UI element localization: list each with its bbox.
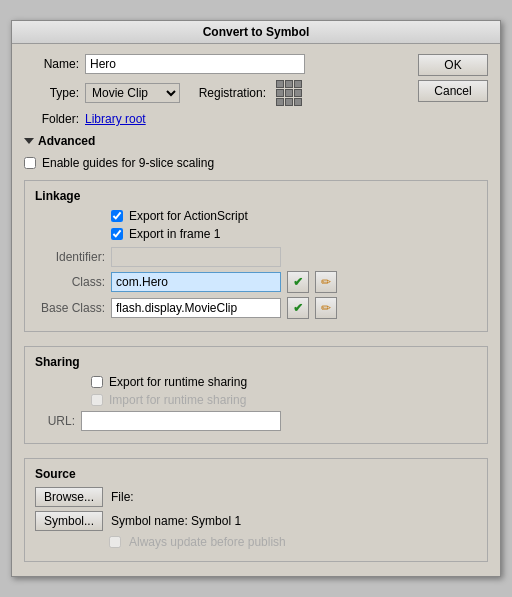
url-input[interactable]	[81, 411, 281, 431]
dialog-title: Convert to Symbol	[12, 21, 500, 44]
reg-dot-4[interactable]	[276, 89, 284, 97]
identifier-label: Identifier:	[35, 250, 105, 264]
reg-dot-8[interactable]	[285, 98, 293, 106]
always-update-checkbox[interactable]	[109, 536, 121, 548]
name-label: Name:	[24, 57, 79, 71]
base-class-check-button[interactable]: ✔	[287, 297, 309, 319]
folder-label: Folder:	[24, 112, 79, 126]
class-check-button[interactable]: ✔	[287, 271, 309, 293]
nine-slice-checkbox[interactable]	[24, 157, 36, 169]
export-frame1-checkbox[interactable]	[111, 228, 123, 240]
registration-grid[interactable]	[276, 80, 302, 106]
url-label: URL:	[35, 414, 75, 428]
nine-slice-label: Enable guides for 9-slice scaling	[42, 156, 214, 170]
reg-dot-5[interactable]	[285, 89, 293, 97]
class-edit-button[interactable]: ✏	[315, 271, 337, 293]
export-frame1-label: Export in frame 1	[129, 227, 220, 241]
always-update-label: Always update before publish	[129, 535, 286, 549]
advanced-triangle-icon	[24, 138, 34, 144]
reg-dot-7[interactable]	[276, 98, 284, 106]
reg-dot-2[interactable]	[285, 80, 293, 88]
source-title: Source	[35, 467, 477, 481]
base-class-input[interactable]	[111, 298, 281, 318]
advanced-label: Advanced	[38, 134, 95, 148]
type-label: Type:	[24, 86, 79, 100]
class-input[interactable]	[111, 272, 281, 292]
base-check-icon: ✔	[293, 301, 303, 315]
symbol-button[interactable]: Symbol...	[35, 511, 103, 531]
registration-label: Registration:	[186, 86, 266, 100]
browse-button[interactable]: Browse...	[35, 487, 103, 507]
type-select[interactable]: Movie Clip Button Graphic	[85, 83, 180, 103]
base-class-label: Base Class:	[35, 301, 105, 315]
source-section: Source Browse... File: Symbol... Symbol …	[24, 458, 488, 562]
class-label: Class:	[35, 275, 105, 289]
export-actionscript-label: Export for ActionScript	[129, 209, 248, 223]
reg-dot-3[interactable]	[294, 80, 302, 88]
folder-link[interactable]: Library root	[85, 112, 146, 126]
name-input[interactable]	[85, 54, 305, 74]
cancel-button[interactable]: Cancel	[418, 80, 488, 102]
export-actionscript-checkbox[interactable]	[111, 210, 123, 222]
sharing-title: Sharing	[35, 355, 477, 369]
advanced-toggle[interactable]: Advanced	[24, 132, 488, 150]
reg-dot-6[interactable]	[294, 89, 302, 97]
check-icon: ✔	[293, 275, 303, 289]
import-runtime-label: Import for runtime sharing	[109, 393, 246, 407]
base-edit-icon: ✏	[321, 301, 331, 315]
ok-button[interactable]: OK	[418, 54, 488, 76]
linkage-title: Linkage	[35, 189, 477, 203]
edit-icon: ✏	[321, 275, 331, 289]
linkage-section: Linkage Export for ActionScript Export i…	[24, 180, 488, 332]
symbol-name-label: Symbol name: Symbol 1	[111, 514, 241, 528]
sharing-section: Sharing Export for runtime sharing Impor…	[24, 346, 488, 444]
reg-dot-1[interactable]	[276, 80, 284, 88]
file-label: File:	[111, 490, 134, 504]
identifier-input[interactable]	[111, 247, 281, 267]
convert-to-symbol-dialog: Convert to Symbol Name: Type: Movie Clip…	[11, 20, 501, 577]
base-class-edit-button[interactable]: ✏	[315, 297, 337, 319]
export-runtime-label: Export for runtime sharing	[109, 375, 247, 389]
export-runtime-checkbox[interactable]	[91, 376, 103, 388]
reg-dot-9[interactable]	[294, 98, 302, 106]
import-runtime-checkbox[interactable]	[91, 394, 103, 406]
